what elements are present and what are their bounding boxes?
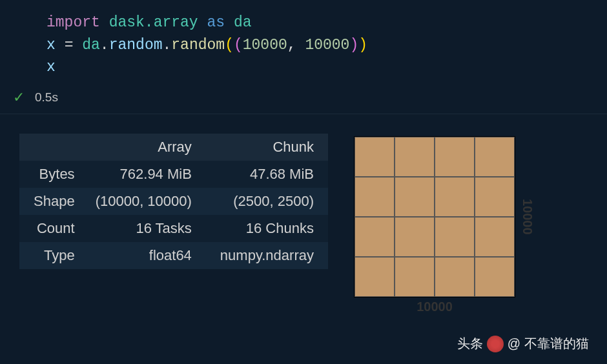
code-cell[interactable]: import dask.array as da x = da.random.ra…: [0, 0, 607, 85]
execution-status: ✓ 0.5s: [0, 85, 607, 114]
chunk-cell: [435, 137, 475, 177]
shape-chunk: (2500, 2500): [206, 188, 328, 215]
chunk-cell: [395, 137, 435, 177]
watermark-at: @: [508, 336, 520, 351]
chunk-grid: [354, 136, 515, 298]
variable-x: x: [46, 37, 56, 54]
row-label-bytes: Bytes: [19, 161, 81, 188]
table-row: Shape (10000, 10000) (2500, 2500): [19, 188, 328, 215]
bytes-array: 762.94 MiB: [81, 161, 206, 188]
chunk-cell: [475, 257, 515, 297]
chunk-cell: [395, 177, 435, 217]
chunk-cell: [355, 137, 395, 177]
chunk-cell: [475, 177, 515, 217]
count-array: 16 Tasks: [81, 215, 206, 242]
execution-duration: 0.5s: [35, 90, 58, 105]
axis-y-label: 10000: [520, 136, 535, 298]
keyword-as: as: [207, 14, 225, 31]
chunk-cell: [435, 177, 475, 217]
variable-x-eval: x: [46, 59, 56, 76]
code-line-1: import dask.array as da: [46, 12, 607, 34]
module-name: dask.array: [109, 14, 198, 31]
chunk-cell: [435, 257, 475, 297]
count-chunk: 16 Chunks: [206, 215, 328, 242]
header-empty: [19, 134, 81, 161]
watermark-logo-icon: [487, 336, 504, 352]
shape-array: (10000, 10000): [81, 188, 206, 215]
header-array: Array: [81, 134, 206, 161]
row-label-shape: Shape: [19, 188, 81, 215]
watermark-prefix: 头条: [457, 335, 483, 352]
chunk-cell: [395, 257, 435, 297]
chunk-cell: [395, 217, 435, 257]
type-array: float64: [81, 242, 206, 269]
table-row: Bytes 762.94 MiB 47.68 MiB: [19, 161, 328, 188]
chunk-cell: [475, 217, 515, 257]
array-info-table: Array Chunk Bytes 762.94 MiB 47.68 MiB S…: [19, 134, 328, 310]
chunk-visualization: 10000 10000: [354, 136, 528, 310]
row-label-type: Type: [19, 242, 81, 269]
chunk-cell: [355, 257, 395, 297]
type-chunk: numpy.ndarray: [206, 242, 328, 269]
code-line-3: x: [46, 56, 607, 79]
chunk-cell: [355, 177, 395, 217]
alias-name: da: [234, 14, 252, 31]
code-line-2: x = da.random.random((10000, 10000)): [46, 34, 607, 57]
keyword-import: import: [46, 14, 100, 31]
bytes-chunk: 47.68 MiB: [206, 161, 328, 188]
chunk-cell: [355, 217, 395, 257]
watermark: 头条 @不靠谱的猫: [457, 335, 589, 352]
check-icon: ✓: [13, 89, 25, 106]
table-header-row: Array Chunk: [19, 134, 328, 161]
axis-x-label: 10000: [354, 299, 515, 314]
row-label-count: Count: [19, 215, 81, 242]
header-chunk: Chunk: [206, 134, 328, 161]
chunk-cell: [475, 137, 515, 177]
table-row: Type float64 numpy.ndarray: [19, 242, 328, 269]
chunk-cell: [435, 217, 475, 257]
watermark-name: 不靠谱的猫: [524, 335, 589, 352]
table-row: Count 16 Tasks 16 Chunks: [19, 215, 328, 242]
cell-output: Array Chunk Bytes 762.94 MiB 47.68 MiB S…: [0, 114, 607, 323]
